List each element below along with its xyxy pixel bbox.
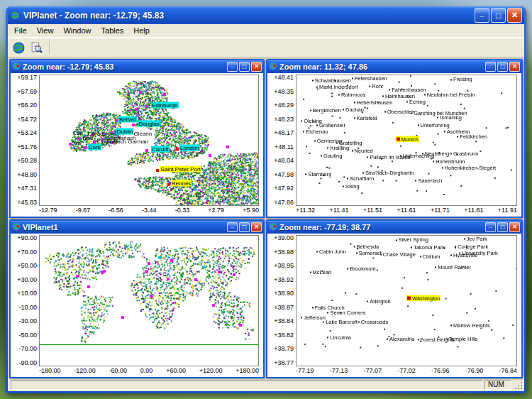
x-tick-label: -60.00 — [109, 367, 128, 377]
y-tick-label: +39.00 — [274, 235, 294, 241]
y-tick-label: +48.17 — [274, 130, 294, 136]
child-titlebar[interactable]: Zoom near: -77.19; 38.77 — [267, 221, 521, 234]
x-tick-label: -3.44 — [142, 207, 157, 217]
minimize-button[interactable] — [475, 8, 489, 23]
minimize-button[interactable] — [227, 222, 238, 232]
app-title: VIPlanet - Zoom near: -12.79; 45.83 — [23, 11, 472, 21]
app-titlebar[interactable]: VIPlanet - Zoom near: -12.79; 45.83 — [8, 6, 524, 24]
city-label: Cabin John — [316, 248, 346, 254]
child-window-munich-map[interactable]: Zoom near: 11.32; 47.86 +48.41+48.35+48.… — [266, 59, 523, 218]
axis-corner — [11, 206, 39, 217]
close-button[interactable] — [251, 62, 262, 72]
child-window-uk-map[interactable]: Zoom near: -12.79; 45.83 +59.17+57.69+56… — [9, 59, 265, 218]
child-window-dc-map[interactable]: Zoom near: -77.19; 38.77 +39.00+38.98+38… — [266, 219, 523, 378]
city-label: Somerset — [356, 249, 382, 256]
y-tick-label: -70.00 — [18, 346, 37, 352]
app-icon — [10, 10, 21, 21]
menu-item[interactable]: Help — [128, 26, 155, 35]
maximize-button[interactable] — [491, 8, 506, 23]
menu-item[interactable]: Window — [58, 26, 96, 35]
globe-tool-button[interactable] — [11, 40, 27, 55]
city-label: Grobenzell — [316, 121, 345, 128]
x-tick-label: +11.61 — [397, 207, 416, 217]
x-tick-label: +11.91 — [498, 207, 517, 217]
city-label: Dachau — [343, 106, 364, 112]
city-marker — [103, 270, 106, 273]
city-label: Karlsfeld — [354, 115, 377, 121]
city-label: Oberschlei — [384, 109, 413, 115]
city-label: Arlington — [367, 297, 391, 304]
y-tick-label: +38.92 — [274, 277, 294, 283]
menu-item[interactable]: Tables — [96, 26, 129, 35]
y-tick-label: +56.20 — [17, 102, 37, 109]
minimize-button[interactable] — [227, 62, 238, 72]
city-label: Washington — [406, 295, 440, 301]
city-marker — [148, 262, 150, 265]
y-tick-label: +38.82 — [274, 332, 294, 339]
y-tick-label: +48.23 — [274, 116, 294, 123]
maximize-button[interactable] — [497, 222, 508, 232]
city-label: Icking — [343, 182, 360, 189]
x-tick-label: +120.00 — [199, 367, 223, 377]
munich-map-plot[interactable]: SchwabhausenPetershausenFreisingMarkt In… — [296, 75, 517, 206]
close-button[interactable] — [251, 222, 262, 232]
y-tick-label: +54.72 — [17, 116, 37, 123]
child-titlebar[interactable]: Zoom near: -12.79; 45.83 — [11, 60, 263, 73]
x-tick-label: -77.02 — [397, 367, 416, 377]
y-tick-label: +38.84 — [274, 318, 294, 324]
city-marker — [150, 295, 153, 297]
child-window-world-map[interactable]: VIPlanet1 +90.00+70.00+50.00+30.00+10.00… — [9, 219, 265, 378]
axis-corner — [11, 366, 39, 377]
y-tick-label: +57.69 — [17, 89, 37, 95]
city-label: Neuried — [352, 148, 373, 154]
globe-icon — [13, 42, 25, 54]
city-label: Markt Indersdorf — [316, 84, 358, 90]
y-tick-label: +38.87 — [274, 305, 294, 311]
close-button[interactable] — [507, 8, 522, 23]
city-label: Grasbrunn — [450, 150, 478, 156]
y-tick-label: +51.76 — [17, 144, 37, 151]
city-label: College Park — [455, 243, 488, 249]
close-button[interactable] — [509, 222, 520, 232]
menu-item[interactable]: View — [32, 26, 59, 35]
y-tick-label: +48.41 — [274, 75, 294, 81]
city-marker — [218, 270, 221, 273]
city-label: Alexandria — [387, 335, 414, 341]
minimize-button[interactable] — [485, 222, 496, 232]
x-tick-label: -76.96 — [431, 367, 450, 377]
city-label: Inise — [82, 134, 94, 141]
app-window[interactable]: VIPlanet - Zoom near: -12.79; 45.83 File… — [6, 6, 526, 393]
y-tick-label: +50.00 — [17, 263, 37, 269]
zoom-tool-button[interactable] — [28, 40, 45, 55]
maximize-button[interactable] — [497, 62, 508, 72]
city-label: Lake Barcroft — [323, 318, 358, 324]
city-label: Chase Village — [380, 251, 416, 257]
axis-corner — [267, 206, 296, 217]
y-tick-label: -90.00 — [18, 360, 37, 366]
menu-item[interactable]: File — [9, 26, 32, 35]
world-map-plot[interactable] — [39, 235, 259, 366]
minimize-button[interactable] — [485, 62, 496, 72]
x-tick-label: -77.07 — [363, 367, 382, 377]
city-label: Marlow Heights — [450, 322, 490, 329]
y-tick-label: +47.98 — [274, 172, 294, 178]
city-marker — [239, 324, 242, 327]
child-titlebar[interactable]: VIPlanet1 — [11, 221, 263, 234]
zoom-page-icon — [31, 42, 43, 54]
maximize-button[interactable] — [239, 222, 250, 232]
status-message-pane — [11, 380, 482, 390]
y-tick-label: +53.24 — [17, 130, 37, 136]
child-titlebar[interactable]: Zoom near: 11.32; 47.86 — [267, 60, 521, 73]
city-label: Seven Corners — [327, 309, 365, 315]
uk-map-plot[interactable]: EdinburghBelfastDouglasCadCora Droma RDu… — [39, 75, 259, 206]
x-tick-label: +180.00 — [235, 367, 259, 377]
dc-map-plot[interactable]: Silver SpringJev ParkBethesdaTakoma Park… — [296, 235, 517, 366]
map-window-icon — [12, 60, 21, 73]
close-button[interactable] — [509, 62, 520, 72]
child-window-title: Zoom near: -77.19; 38.77 — [279, 223, 483, 231]
maximize-button[interactable] — [239, 62, 250, 72]
resize-grip[interactable] — [514, 381, 523, 390]
city-marker — [194, 278, 197, 281]
map-window-icon — [12, 221, 21, 234]
city-label: Sauerlach — [415, 177, 442, 184]
